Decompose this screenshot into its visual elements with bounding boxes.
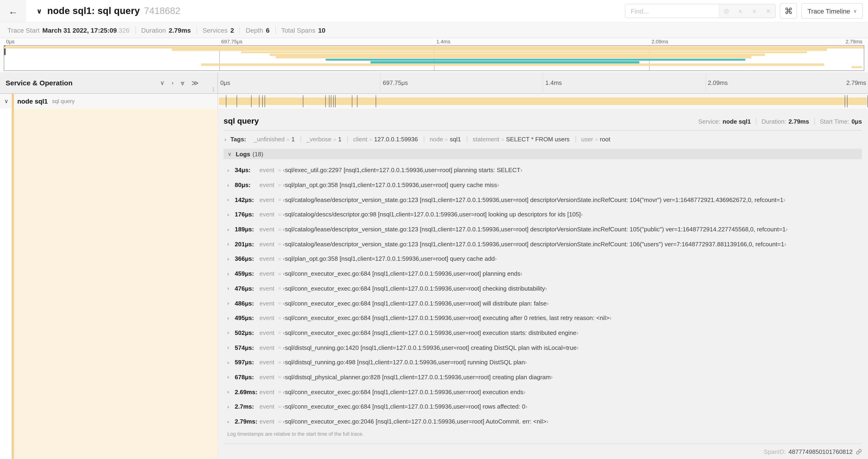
log-row[interactable]: ›142μs:event=‹sql/catalog/lease/descript… [223,192,862,207]
log-marker-tick [357,95,358,107]
collapse-trace-chevron-icon[interactable]: ∨ [36,7,42,15]
log-field-value: ‹sql/distsql_physical_planner.go:828 [ns… [283,374,553,381]
expand-one-icon[interactable]: › [172,79,174,86]
log-marker-tick [329,95,330,107]
log-expand-icon[interactable]: › [227,345,235,350]
log-marker-tick [845,95,845,107]
equals-sign: = [278,271,281,276]
log-row[interactable]: ›597μs:event=‹sql/distsql_running.go:498… [223,355,862,370]
log-expand-icon[interactable]: › [227,212,235,217]
log-expand-icon[interactable]: › [227,167,235,173]
logs-block: ∨ Logs (18) ›34μs:event=‹sql/exec_util.g… [223,149,862,440]
logs-count: (18) [252,151,263,157]
span-service-name: node sql1 [17,97,48,105]
expand-all-icon[interactable]: ≫ [192,78,199,87]
header-controls: ◎ ∧ ∨ ✕ ⌘ Trace Timeline ∨ [625,3,868,19]
minimap-ruler: 0μs697.75μs1.4ms2.09ms2.79ms [4,38,864,45]
log-expand-icon[interactable]: › [227,286,235,291]
equals-sign: = [278,182,281,188]
log-expand-icon[interactable]: › [227,315,235,321]
logs-collapse-icon: ∨ [228,151,231,157]
log-row[interactable]: ›2.79ms:event=‹sql/conn_executor_exec.go… [223,414,862,429]
log-expand-icon[interactable]: › [227,241,235,247]
tag-item: node=sql1 [424,136,466,143]
log-timestamp: 574μs: [235,344,259,351]
tag-value: 1 [338,136,341,143]
collapse-all-icon[interactable]: ⩔ [181,78,185,87]
tags-row[interactable]: › Tags: _unfinished=1_verbose=1client=12… [223,136,862,143]
close-quote: › [783,196,785,203]
log-row[interactable]: ›574μs:event=‹sql/distsql_running.go:142… [223,340,862,355]
equals-sign: = [278,360,281,365]
ruler-tick-label: 2.09ms [649,39,668,44]
log-expand-icon[interactable]: › [227,389,235,395]
span-id-label: SpanID: [764,448,786,455]
logs-title: Logs [236,151,250,157]
log-marker-tick [325,95,326,107]
log-field-key: event [259,255,274,262]
log-expand-icon[interactable]: › [227,226,235,232]
log-row[interactable]: ›459μs:event=‹sql/conn_executor_exec.go:… [223,266,862,281]
log-row[interactable]: ›366μs:event=‹sql/plan_opt.go:358 [nsql1… [223,252,862,266]
detail-divider [223,130,862,131]
log-field-key: event [259,359,274,366]
log-row[interactable]: ›678μs:event=‹sql/distsql_physical_plann… [223,370,862,384]
log-marker-tick [331,95,332,107]
log-expand-icon[interactable]: › [227,330,235,336]
log-row[interactable]: ›2.69ms:event=‹sql/conn_executor_exec.go… [223,385,862,399]
deep-link-icon[interactable] [856,449,862,455]
tag-item: _verbose=1 [300,136,347,143]
back-button[interactable]: ← [0,0,26,22]
next-result-icon[interactable]: ∨ [747,8,762,14]
prev-result-icon[interactable]: ∧ [733,8,747,14]
log-field-key: event [259,182,274,189]
search-input[interactable] [626,4,719,18]
log-expand-icon[interactable]: › [227,419,235,424]
tag-key: _verbose [306,136,331,143]
log-row[interactable]: ›80μs:event=‹sql/plan_opt.go:358 [nsql1,… [223,177,862,192]
detail-start-time-value: 0μs [851,118,862,125]
log-row[interactable]: ›495μs:event=‹sql/conn_executor_exec.go:… [223,311,862,325]
log-expand-icon[interactable]: › [227,256,235,262]
view-selector-button[interactable]: Trace Timeline ∨ [802,3,863,19]
locate-icon[interactable]: ◎ [719,7,733,14]
log-expand-icon[interactable]: › [227,374,235,380]
tag-value: sql1 [450,136,461,143]
service-operation-header: Service & Operation ∨ › ⩔ ≫ ∥ [0,72,217,93]
span-operation-name: sql query [52,98,75,104]
log-row[interactable]: ›476μs:event=‹sql/conn_executor_exec.go:… [223,281,862,296]
clear-search-icon[interactable]: ✕ [762,8,775,14]
log-expand-icon[interactable]: › [227,404,235,409]
span-row[interactable]: ∨ node sql1 sql query [0,94,868,109]
depth-value: 6 [266,26,270,34]
keyboard-shortcuts-button[interactable]: ⌘ [780,3,797,19]
span-collapse-icon[interactable]: ∨ [2,98,10,104]
log-expand-icon[interactable]: › [227,182,235,188]
detail-start-time: Start Time:0μs [814,118,862,125]
depth-label: Depth [246,26,263,34]
log-row[interactable]: ›201μs:event=‹sql/catalog/lease/descript… [223,237,862,252]
minimap-canvas[interactable] [4,45,864,71]
log-row[interactable]: ›2.7ms:event=‹sql/conn_executor_exec.go:… [223,399,862,414]
log-expand-icon[interactable]: › [227,360,235,365]
log-row[interactable]: ›34μs:event=‹sql/exec_util.go:2297 [nsql… [223,163,862,177]
span-duration-bar[interactable] [219,97,867,105]
log-row[interactable]: ›176μs:event=‹sql/catalog/descs/descript… [223,207,862,222]
log-expand-icon[interactable]: › [227,300,235,306]
column-resize-handle[interactable]: ∥ [212,86,215,92]
tag-item: _unfinished=1 [248,136,300,143]
log-expand-icon[interactable]: › [227,197,235,202]
open-quote: ‹ [283,211,285,218]
log-marker-tick [867,95,868,107]
log-expand-icon[interactable]: › [227,271,235,276]
collapse-one-icon[interactable]: ∨ [160,79,164,86]
span-row-timeline[interactable] [217,94,868,109]
close-quote: › [525,359,527,366]
log-field-key: event [259,418,274,425]
log-row[interactable]: ›189μs:event=‹sql/catalog/lease/descript… [223,222,862,237]
trace-title-wrap: ∨ node sql1: sql query 7418682 [36,6,180,16]
log-row[interactable]: ›486μs:event=‹sql/conn_executor_exec.go:… [223,296,862,310]
page-title: node sql1: sql query [47,6,140,16]
logs-header[interactable]: ∨ Logs (18) [223,149,862,159]
log-row[interactable]: ›502μs:event=‹sql/conn_executor_exec.go:… [223,325,862,340]
